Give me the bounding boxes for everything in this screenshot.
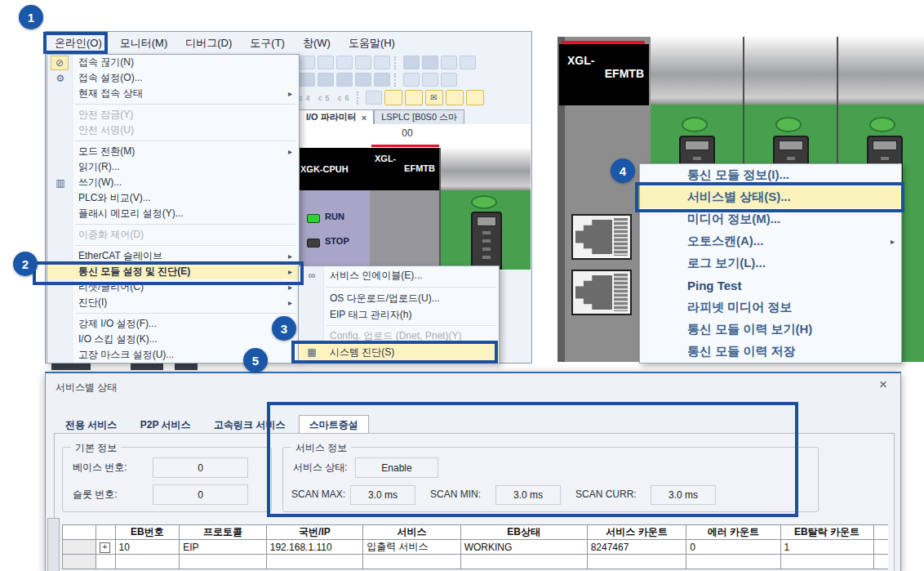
submenu-arrow-icon: ▸ [288,252,292,261]
menu-item-write[interactable]: ▥ 쓰기(W)... [47,175,299,190]
row-selector-cell[interactable] [63,540,96,555]
toolbar-icon[interactable] [299,56,315,69]
toolbar-find-icon[interactable] [446,90,464,105]
col-eb-number[interactable]: EB번호 [115,525,180,540]
menu-item-io-skip[interactable]: I/O 스킵 설정(K)... [47,332,299,347]
scrollbar-fragment[interactable] [47,518,60,571]
toolbar-icon[interactable] [318,56,334,69]
cell-service: 입출력 서비스 [363,540,461,555]
menu-item-current-connection[interactable]: 현재 접속 상태 ▸ [47,86,299,101]
cell-station-ip: 192.168.1.110 [266,540,362,555]
expand-cell[interactable]: + [96,540,115,555]
toolbar-module-icon[interactable] [374,73,390,87]
toolbar-icon[interactable] [466,90,484,105]
expansion-slot-top [744,37,837,105]
menu-monitor[interactable]: 모니터(M) [111,33,177,54]
service-status-label: 서비스 상태: [293,461,348,475]
comm-module-body[interactable] [370,190,439,270]
menu-item-flash-memory[interactable]: 플래시 메모리 설정(Y)... [47,206,299,221]
toolbar-icon[interactable] [441,56,457,69]
toolbar-icon[interactable] [460,56,476,69]
expansion-module-top[interactable] [439,148,531,190]
menu-item-ethercat-slave[interactable]: EtherCAT 슬레이브 ▸ [47,248,299,264]
toolbar-monitor-icon[interactable] [336,73,353,87]
toolbar-icon[interactable] [441,73,457,87]
menu-item-forced-io[interactable]: 강제 I/O 설정(F)... [47,316,299,332]
toolbar-icon[interactable] [403,73,420,87]
menu-item-read[interactable]: 읽기(R)... [47,159,299,175]
toolbar-icon[interactable] [422,73,438,87]
menu-item-connection-settings[interactable]: ⚙ 접속 설정(O)... [47,70,299,86]
connector-latch [685,141,709,150]
right-comm-name-line1: XGL- [559,44,649,67]
menu-window[interactable]: 창(W) [294,33,340,54]
col-protocol[interactable]: 프로토콜 [180,525,267,540]
menu-item-label: EtherCAT 슬레이브 [78,249,162,263]
ctx-item-view-log[interactable]: 로그 보기(L)... [640,252,901,274]
menu-debug[interactable]: 디버그(D) [176,33,241,54]
toolbar-icon[interactable] [366,91,382,105]
dialog-close-icon[interactable]: × [879,377,887,393]
menu-help[interactable]: 도움말(H) [340,33,404,54]
tab-close-icon[interactable]: × [362,113,366,123]
toolbar-trend-icon[interactable] [318,73,334,87]
base-number-label: 베이스 번호: [73,461,127,475]
toolbar-folder-icon[interactable] [405,90,423,105]
cpu-module-body[interactable]: RUN STOP [299,190,370,270]
ctx-item-rapienet-media-info[interactable]: 라피넷 미디어 정보 [640,297,901,319]
table-row[interactable]: + 10 EIP 192.168.1.110 입출력 서비스 WORKING 8… [63,540,889,555]
menu-item-disconnect[interactable]: ⊘ 접속 끊기(N) [47,55,299,70]
tab-lsplc[interactable]: LSPLC [B0S0 스마 [374,109,464,125]
dialog-tab-smart-extension[interactable]: 스마트증설 [299,415,369,435]
col-service-count[interactable]: 서비스 카운트 [587,525,686,540]
toolbar-debug-icon[interactable] [403,56,420,69]
toolbar-user-icon[interactable] [355,73,371,87]
menu-item-compare-plc[interactable]: PLC와 비교(V)... [47,190,299,206]
toolbar-search-icon[interactable] [422,56,438,69]
right-comm-module-header[interactable]: XGL- EFMTB [559,44,649,105]
toolbar-separator [394,74,399,87]
expansion-module-body[interactable] [439,190,531,270]
ctx-item-autoscan[interactable]: 오토스캔(A)... ▸ [640,230,901,252]
dialog-tab-highspeed-link[interactable]: 고속링크 서비스 [204,416,295,434]
ctx-item-status-by-service[interactable]: 서비스별 상태(S)... [640,186,901,208]
dialog-tab-dedicated[interactable]: 전용 서비스 [56,416,127,434]
toolbar-icon[interactable] [374,56,390,69]
expand-icon[interactable]: + [100,542,110,553]
toolbar-mail-icon[interactable]: ✉ [425,90,443,105]
toolbar-contact-icon[interactable] [384,90,402,105]
ctx-item-comm-history-view[interactable]: 통신 모듈 이력 보기(H) [640,319,901,341]
menu-item-comm-module-setting[interactable]: 통신 모듈 설정 및 진단(E) ▸ [47,264,299,279]
menu-item-mode-change[interactable]: 모드 전환(M) ▸ [47,144,299,159]
col-eb-dropout-count[interactable]: EB탈락 카운트 [780,525,873,540]
col-eb-status[interactable]: EB상태 [460,525,587,540]
col-eb-extra[interactable]: EB [873,525,888,540]
toolbar-icon[interactable] [355,56,371,69]
ctx-item-media-info[interactable]: 미디어 정보(M)... [640,208,901,230]
toolbar-icon[interactable] [336,56,353,69]
col-service[interactable]: 서비스 [363,525,461,540]
menu-item-label: 통신 모듈 설정 및 진단(E) [78,265,190,279]
submenu-item-system-diagnosis[interactable]: ▦ 시스템 진단(S) [299,344,499,360]
menu-tools[interactable]: 도구(T) [241,33,294,54]
submenu-item-os-download[interactable]: OS 다운로드/업로드(U)... [299,290,499,306]
cpu-module-header[interactable]: XGK-CPUH [299,148,370,190]
menu-item-reset-clear[interactable]: 리셋/클리어(C) ▸ [47,279,299,295]
module-connector [471,212,502,270]
right-comm-name-line2: EFMTB [559,67,649,80]
tab-io-parameter[interactable]: I/O 파라미터 × [299,109,374,125]
menu-online[interactable]: 온라인(O) [46,33,111,54]
toolbar-chart-icon[interactable] [299,73,315,87]
cell-eb-number: 10 [115,540,180,555]
submenu-arrow-icon: ▸ [288,267,292,276]
ctx-item-comm-module-info[interactable]: 통신 모듈 정보(I)... [640,164,901,186]
dialog-tab-p2p[interactable]: P2P 서비스 [131,416,201,434]
ctx-item-comm-history-save[interactable]: 통신 모듈 이력 저장 [640,341,901,363]
ctx-item-ping-test[interactable]: Ping Test [640,274,901,297]
comm-module-header[interactable]: XGL- EFMTB [370,148,439,190]
col-error-count[interactable]: 에러 카운트 [686,525,780,540]
menu-item-diagnosis[interactable]: 진단(I) ▸ [47,295,299,310]
submenu-item-eip-tag-manager[interactable]: EIP 태그 관리자(h) [299,306,499,323]
col-station-ip[interactable]: 국번/IP [266,525,362,540]
submenu-item-service-enable[interactable]: ∞ 서비스 인에이블(E)... [299,266,499,284]
